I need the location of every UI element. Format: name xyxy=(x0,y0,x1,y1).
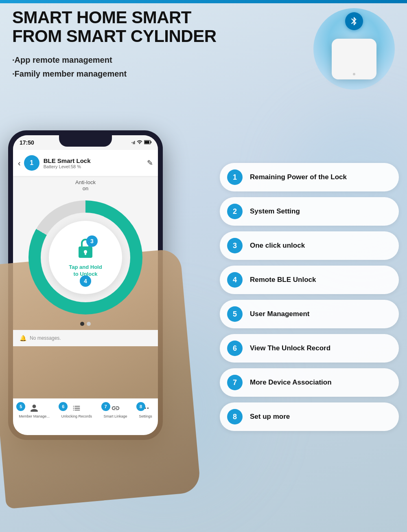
lock-outer-ring: 3 Tap and Hold to Unlock 4 xyxy=(28,200,142,314)
nav-label-settings: Settings xyxy=(139,414,152,418)
feature-label-7: More Device Association xyxy=(250,378,332,387)
lock-number-badge-3: 3 xyxy=(86,235,98,247)
lock-white-circle: 3 Tap and Hold to Unlock 4 xyxy=(49,221,122,294)
hero-subtitle: ·App remote management ·Family member ma… xyxy=(12,53,216,81)
svg-rect-5 xyxy=(85,253,86,255)
anti-lock-state: on xyxy=(13,185,158,191)
nav-badge-5: 5 xyxy=(16,402,25,411)
bottom-nav: 5 Member Manage... 6 Unlocking Records 7… xyxy=(13,398,158,435)
battery-icon xyxy=(144,140,151,145)
feature-item-6: 6View The Unlock Record xyxy=(220,334,399,363)
nav-item-linkage[interactable]: 7 Smart Linkage xyxy=(104,402,127,418)
feature-label-2: System Setting xyxy=(250,207,300,215)
app-header-info: BLE Smart Lock Battery Level:58 % xyxy=(44,157,147,169)
feature-label-4: Remote BLE Unlock xyxy=(250,276,316,284)
device-image xyxy=(313,8,395,90)
app-header-name: BLE Smart Lock xyxy=(44,157,147,164)
lock-number-badge-4: 4 xyxy=(80,275,91,287)
hero-bullet1: ·App remote management xyxy=(12,53,216,67)
feature-number-3: 3 xyxy=(227,238,243,253)
notification-bar: 🔔 No messages. xyxy=(13,330,158,346)
nav-label-records: Unlocking Records xyxy=(61,414,92,418)
dots-indicator xyxy=(80,322,91,326)
device-glow xyxy=(313,8,395,90)
edit-button[interactable]: ✎ xyxy=(147,158,153,167)
nav-label-member: Member Manage... xyxy=(19,414,50,418)
bluetooth-icon xyxy=(349,16,359,26)
top-accent-bar xyxy=(0,0,407,3)
nav-item-member[interactable]: 5 Member Manage... xyxy=(19,402,50,418)
feature-number-5: 5 xyxy=(227,306,243,322)
feature-number-7: 7 xyxy=(227,375,243,390)
svg-point-8 xyxy=(147,407,149,409)
feature-label-6: View The Unlock Record xyxy=(250,344,330,352)
phone-container: 17:50 ·ıl ‹ 1 BLE Smart L xyxy=(0,130,187,440)
lock-circle-area[interactable]: 3 Tap and Hold to Unlock 4 xyxy=(28,200,142,314)
status-icons: ·ıl xyxy=(131,139,151,146)
feature-label-3: One click unlock xyxy=(250,242,305,250)
feature-label-5: User Management xyxy=(250,310,309,318)
nav-label-linkage: Smart Linkage xyxy=(104,414,127,418)
feature-label-1: Remaining Power of the Lock xyxy=(250,173,347,181)
anti-lock-label: Anti-lock xyxy=(13,179,158,185)
nav-badge-6: 6 xyxy=(59,402,68,411)
notification-text: No messages. xyxy=(30,335,61,341)
feature-number-2: 2 xyxy=(227,204,243,219)
feature-item-4: 4Remote BLE Unlock xyxy=(220,266,399,294)
hero-title: SMART HOME SMART FROM SMART CYLINDER xyxy=(12,8,216,46)
nav-badge-7: 7 xyxy=(101,402,110,411)
feature-item-1: 1Remaining Power of the Lock xyxy=(220,163,399,191)
hero-section: SMART HOME SMART FROM SMART CYLINDER ·Ap… xyxy=(12,8,216,81)
app-header: ‹ 1 BLE Smart Lock Battery Level:58 % ✎ xyxy=(13,150,158,176)
bell-icon: 🔔 xyxy=(20,335,26,341)
person-icon xyxy=(30,404,39,413)
feature-item-5: 5User Management xyxy=(220,300,399,328)
feature-item-3: 3One click unlock xyxy=(220,231,399,260)
nav-item-settings[interactable]: 8 Settings xyxy=(139,402,152,418)
feature-item-8: 8Set up more xyxy=(220,402,399,431)
device-indicator-dot xyxy=(353,73,355,75)
dot-active xyxy=(80,322,84,326)
feature-number-4: 4 xyxy=(227,272,243,288)
svg-rect-2 xyxy=(144,141,149,144)
features-list: 1Remaining Power of the Lock2System Sett… xyxy=(220,163,399,431)
app-icon-badge: 1 xyxy=(24,155,39,171)
feature-number-8: 8 xyxy=(227,409,243,424)
feature-label-8: Set up more xyxy=(250,413,290,421)
app-header-battery: Battery Level:58 % xyxy=(44,164,147,169)
hero-bullet2: ·Family member management xyxy=(12,67,216,81)
lock-inner-ring: 3 Tap and Hold to Unlock 4 xyxy=(41,213,130,302)
anti-lock-status: Anti-lock on xyxy=(13,179,158,191)
feature-number-1: 1 xyxy=(227,169,243,185)
nav-badge-8: 8 xyxy=(136,402,145,411)
device-box xyxy=(332,39,376,79)
back-button[interactable]: ‹ xyxy=(18,158,21,168)
signal-icon: ·ıl xyxy=(131,140,135,145)
hero-title-line2: FROM SMART CYLINDER xyxy=(12,27,216,46)
feature-number-6: 6 xyxy=(227,341,243,356)
hero-title-line1: SMART HOME SMART xyxy=(12,8,216,27)
wifi-icon xyxy=(137,139,142,146)
feature-item-7: 7More Device Association xyxy=(220,368,399,397)
list-icon xyxy=(72,404,81,413)
nav-item-records[interactable]: 6 Unlocking Records xyxy=(61,402,92,418)
bluetooth-badge xyxy=(345,12,363,30)
svg-rect-1 xyxy=(151,141,151,143)
feature-item-2: 2System Setting xyxy=(220,197,399,226)
dot-inactive xyxy=(87,322,91,326)
phone-notch xyxy=(59,135,112,147)
link-icon xyxy=(111,404,120,413)
